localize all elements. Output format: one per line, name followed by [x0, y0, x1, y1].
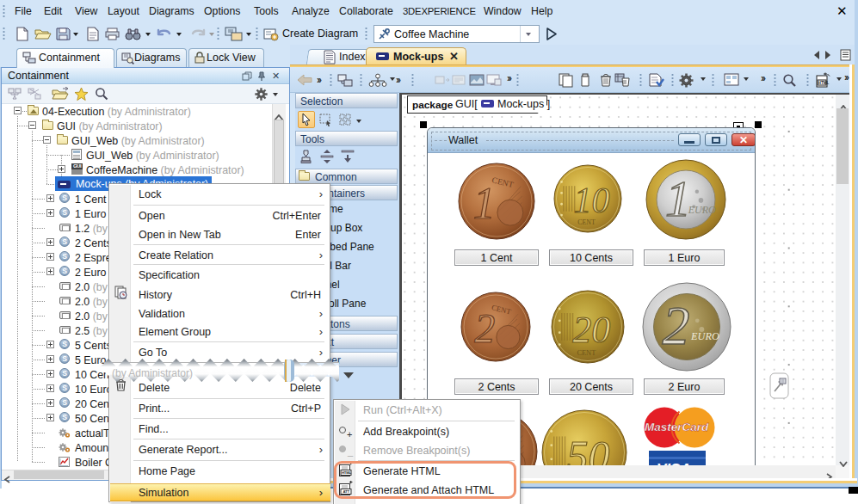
svg-text:HTML: HTML — [818, 81, 830, 85]
svg-text:20: 20 — [572, 309, 610, 351]
svg-text:CENT: CENT — [577, 349, 596, 357]
svg-text:1: 1 — [665, 170, 691, 227]
svg-text:2: 2 — [474, 305, 495, 351]
svg-text:10: 10 — [574, 181, 610, 220]
svg-text:50: 50 — [566, 432, 609, 465]
svg-text:(by Administrator): (by Administrator) — [112, 367, 193, 379]
svg-text:CENT: CENT — [577, 218, 596, 226]
svg-text:MasterCard: MasterCard — [645, 421, 709, 433]
svg-text:EURO: EURO — [690, 330, 719, 342]
svg-text:EURO: EURO — [688, 204, 716, 216]
svg-text:2: 2 — [662, 295, 689, 356]
svg-text:1: 1 — [473, 179, 496, 228]
